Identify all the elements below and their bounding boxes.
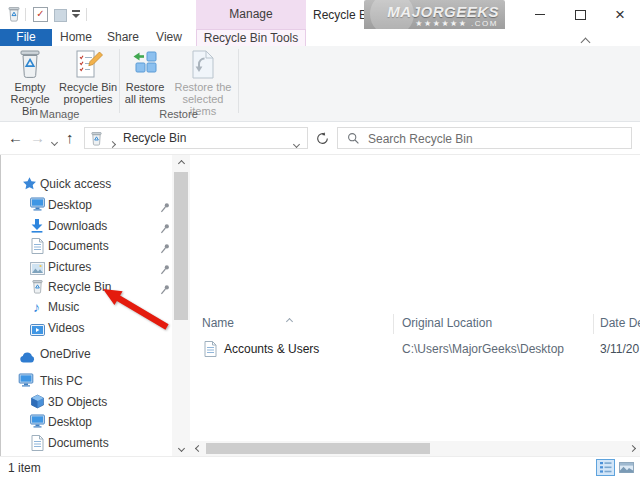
- column-separator[interactable]: [393, 314, 394, 334]
- scroll-right-icon[interactable]: [624, 441, 640, 456]
- cloud-icon: [18, 349, 36, 369]
- sidebar-item-downloads[interactable]: Downloads: [0, 216, 172, 236]
- search-box[interactable]: [337, 127, 632, 149]
- recycle-bin-properties-button[interactable]: Recycle Bin properties: [58, 49, 118, 111]
- close-button[interactable]: ×: [600, 0, 640, 29]
- column-header-date-deleted[interactable]: Date De: [600, 316, 640, 330]
- forward-icon[interactable]: →: [30, 130, 45, 145]
- computer-icon: [18, 373, 34, 393]
- video-icon: [30, 322, 45, 342]
- sidebar-item-videos[interactable]: Videos: [0, 318, 172, 338]
- file-row[interactable]: Accounts & Users C:\Users\MajorGeeks\Des…: [190, 339, 640, 361]
- qat-blank-icon[interactable]: [54, 9, 67, 22]
- qat-recycle-bin-icon[interactable]: [7, 6, 21, 25]
- tab-view[interactable]: View: [146, 29, 192, 46]
- restore-all-items-icon: [121, 49, 169, 81]
- main-horizontal-scrollbar[interactable]: [190, 441, 640, 456]
- search-input[interactable]: [366, 129, 620, 149]
- breadcrumb-chevron-icon[interactable]: [110, 136, 115, 150]
- file-document-icon: [204, 341, 217, 360]
- sidebar-item-3d-objects[interactable]: 3D Objects: [0, 392, 172, 412]
- empty-recycle-bin-icon: [2, 49, 58, 81]
- tab-recycle-bin-tools[interactable]: Recycle Bin Tools: [196, 29, 306, 46]
- sidebar-item-onedrive[interactable]: OneDrive: [0, 344, 172, 364]
- sidebar-item-label: Desktop: [48, 195, 92, 215]
- ribbon-group-separator: [119, 49, 120, 113]
- address-dropdown-icon[interactable]: [294, 136, 299, 150]
- up-icon[interactable]: ↑: [66, 130, 74, 145]
- sidebar-item-this-pc[interactable]: This PC: [0, 371, 172, 391]
- sidebar-item-label: 3D Objects: [48, 392, 107, 412]
- monitor-icon: [30, 414, 45, 434]
- navigation-pane: Quick access Desktop Downloads Documents…: [0, 155, 172, 456]
- details-view-button[interactable]: [596, 459, 615, 476]
- scrollbar-thumb[interactable]: [206, 443, 430, 454]
- address-bar-row: ← → ↑ Recycle Bin: [0, 122, 640, 155]
- file-list-pane: Name Original Location Date De Accounts …: [190, 155, 640, 441]
- address-box[interactable]: Recycle Bin: [84, 127, 308, 149]
- qat-customize-dropdown-icon[interactable]: [72, 10, 80, 18]
- sidebar-item-label: Music: [48, 297, 79, 317]
- monitor-icon: [30, 197, 45, 217]
- thumbnail-view-icon: [619, 462, 634, 473]
- qat-separator: [86, 8, 87, 21]
- restore-selected-items-icon: [170, 49, 236, 81]
- tab-file[interactable]: File: [0, 29, 52, 46]
- sidebar-item-desktop[interactable]: Desktop: [0, 195, 172, 215]
- ribbon-tab-bar: File Home Share View Recycle Bin Tools ?: [0, 29, 640, 46]
- sidebar-item-music[interactable]: ♪ Music: [0, 297, 172, 317]
- sidebar-item-pictures[interactable]: Pictures: [0, 257, 172, 277]
- restore-all-items-button[interactable]: Restore all items: [121, 49, 169, 111]
- watermark-subtext: ★★★★★★ .COM: [364, 19, 498, 28]
- sidebar-item-label: OneDrive: [40, 344, 91, 364]
- close-icon: ×: [615, 6, 625, 23]
- tab-home[interactable]: Home: [52, 29, 100, 46]
- sidebar-item-documents-pc[interactable]: Documents: [0, 433, 172, 453]
- column-header-location[interactable]: Original Location: [402, 316, 492, 330]
- ribbon-group-separator: [238, 49, 239, 113]
- sidebar-vertical-scrollbar[interactable]: [172, 155, 190, 456]
- recent-locations-dropdown-icon[interactable]: [52, 134, 57, 148]
- scroll-down-icon[interactable]: [172, 440, 190, 456]
- column-header-name[interactable]: Name: [202, 316, 234, 330]
- minimize-button[interactable]: [520, 0, 560, 29]
- column-separator[interactable]: [593, 314, 594, 334]
- document-icon: [31, 435, 44, 457]
- recycle-bin-properties-label: Recycle Bin properties: [58, 81, 118, 105]
- scroll-left-icon[interactable]: [190, 441, 206, 456]
- item-count: 1 item: [8, 461, 41, 475]
- refresh-icon: [316, 132, 329, 145]
- watermark-text: MAJORGEEKS: [364, 3, 499, 20]
- tab-share[interactable]: Share: [100, 29, 146, 46]
- sidebar-item-label: Documents: [48, 433, 109, 453]
- sort-ascending-icon: [287, 313, 292, 327]
- recycle-bin-properties-icon: [58, 49, 118, 81]
- back-icon[interactable]: ←: [8, 130, 23, 145]
- scroll-up-icon[interactable]: [172, 155, 190, 171]
- breadcrumb-location[interactable]: Recycle Bin: [123, 130, 186, 147]
- sidebar-item-documents[interactable]: Documents: [0, 236, 172, 256]
- explorer-window: ✓ Manage Recycle Bin MAJORGEEKS ★★★★★★ .…: [0, 0, 640, 477]
- sidebar-item-label: Videos: [48, 318, 84, 338]
- restore-all-items-label: Restore all items: [121, 81, 169, 105]
- empty-recycle-bin-button[interactable]: Empty Recycle Bin: [2, 49, 58, 111]
- sidebar-item-label: Downloads: [48, 216, 107, 236]
- restore-selected-items-button[interactable]: Restore the selected items: [170, 49, 236, 111]
- ribbon: Empty Recycle Bin Recycle Bin properties…: [0, 46, 640, 122]
- sidebar-item-desktop-pc[interactable]: Desktop: [0, 412, 172, 432]
- sidebar-item-recycle-bin[interactable]: Recycle Bin: [0, 277, 172, 297]
- maximize-button[interactable]: [560, 0, 600, 29]
- sidebar-item-label: Recycle Bin: [48, 277, 111, 297]
- sidebar-item-quick-access[interactable]: Quick access: [0, 174, 172, 194]
- minimize-icon: [535, 14, 545, 15]
- refresh-button[interactable]: [310, 127, 334, 149]
- file-date-deleted: 3/11/20: [600, 342, 640, 356]
- search-icon: [347, 132, 360, 148]
- qat-properties-icon[interactable]: ✓: [33, 7, 48, 22]
- scrollbar-thumb[interactable]: [174, 172, 188, 320]
- ribbon-group-restore-label: Restore: [119, 108, 238, 121]
- sidebar-item-label: Pictures: [48, 257, 91, 277]
- address-recycle-bin-icon: [90, 131, 103, 149]
- thumbnail-view-button[interactable]: [617, 459, 635, 476]
- maximize-icon: [575, 10, 586, 20]
